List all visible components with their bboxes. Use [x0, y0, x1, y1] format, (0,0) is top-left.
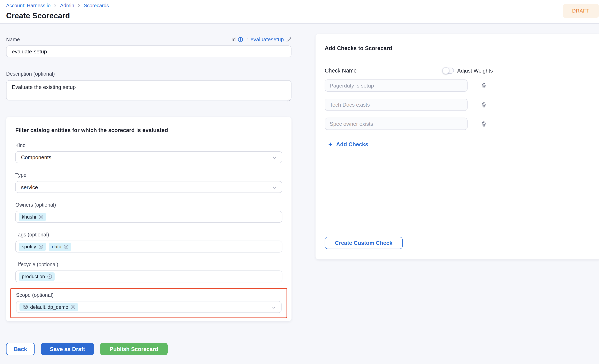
chevron-right-icon: [77, 3, 81, 8]
owners-group: Owners (optional) khushi: [15, 202, 282, 223]
back-button[interactable]: Back: [6, 343, 35, 355]
type-group: Type service: [15, 172, 282, 193]
name-label: Name: [6, 36, 20, 42]
create-scorecard-page: Account: Harness.io Admin Scorecards Cre…: [0, 0, 599, 364]
owners-input[interactable]: khushi: [15, 211, 282, 223]
breadcrumb-admin-link[interactable]: Admin: [60, 2, 74, 8]
toggle-knob: [442, 67, 449, 74]
lifecycle-group: Lifecycle (optional) production: [15, 262, 282, 282]
checks-heading: Add Checks to Scorecard: [325, 45, 592, 51]
trash-icon[interactable]: [481, 82, 487, 89]
kind-group: Kind Components: [15, 142, 282, 163]
publish-scorecard-button[interactable]: Publish Scorecard: [100, 343, 168, 355]
tags-input[interactable]: spotify data: [15, 241, 282, 253]
adjust-weights-toggle[interactable]: [442, 68, 454, 74]
description-textarea[interactable]: Evaluate the existing setup: [6, 80, 291, 101]
chevron-down-icon: [272, 155, 277, 160]
chip-close-icon[interactable]: [38, 244, 43, 249]
lifecycle-input[interactable]: production: [15, 271, 282, 283]
adjust-weights-group: Adjust Weights: [442, 68, 493, 74]
chevron-down-icon: [271, 305, 276, 310]
filter-card: Filter catalog entities for which the sc…: [6, 117, 291, 321]
tag-chip: spotify: [19, 242, 46, 251]
tag-chip: data: [49, 242, 71, 251]
chevron-down-icon: [272, 185, 277, 190]
check-row: Pagerduty is setup: [325, 80, 592, 92]
check-header-row: Check Name Adjust Weights: [325, 68, 493, 74]
edit-pencil-icon[interactable]: [286, 36, 291, 42]
check-rows: Pagerduty is setup Tech Docs exists: [325, 80, 592, 130]
type-label: Type: [15, 172, 282, 178]
chip-close-icon[interactable]: [70, 304, 76, 310]
id-label: Id: [231, 36, 236, 42]
lifecycle-chip: production: [19, 272, 54, 281]
scorecard-form: Name Id : evaluatesetup Description (opt…: [6, 24, 291, 321]
adjust-weights-label: Adjust Weights: [457, 68, 493, 74]
chevron-right-icon: [53, 3, 57, 8]
breadcrumb-account-link[interactable]: Account: Harness.io: [6, 2, 51, 8]
check-row: Tech Docs exists: [325, 99, 592, 111]
add-checks-button[interactable]: Add Checks: [328, 141, 368, 148]
scope-chip: default.idp_demo: [19, 303, 78, 311]
check-name-input[interactable]: Tech Docs exists: [325, 99, 468, 111]
tags-label: Tags (optional): [15, 232, 282, 238]
kind-label: Kind: [15, 142, 282, 148]
kind-value: Components: [21, 154, 51, 160]
content-area: Name Id : evaluatesetup Description (opt…: [0, 24, 599, 364]
trash-icon[interactable]: [481, 101, 487, 108]
check-name-input[interactable]: Spec owner exists: [325, 118, 468, 130]
chip-close-icon[interactable]: [38, 214, 43, 219]
chip-close-icon[interactable]: [47, 274, 52, 279]
breadcrumb: Account: Harness.io Admin Scorecards: [6, 2, 593, 9]
description-label: Description (optional): [6, 71, 291, 77]
kind-select[interactable]: Components: [15, 151, 282, 163]
check-row: Spec owner exists: [325, 118, 592, 130]
page-title: Create Scorecard: [6, 11, 593, 20]
plus-icon: [328, 142, 333, 147]
footer-actions: Back Save as Draft Publish Scorecard: [6, 343, 168, 355]
owner-chip: khushi: [19, 213, 46, 221]
scope-highlight-box: Scope (optional) default.idp_demo: [10, 288, 287, 318]
add-checks-label: Add Checks: [336, 141, 368, 148]
cube-icon: [23, 304, 28, 310]
save-as-draft-button[interactable]: Save as Draft: [41, 343, 94, 355]
name-input[interactable]: [6, 45, 291, 57]
tags-group: Tags (optional) spotify: [15, 232, 282, 252]
owners-label: Owners (optional): [15, 202, 282, 208]
type-select[interactable]: service: [15, 181, 282, 193]
scorecard-id-row: Id : evaluatesetup: [231, 36, 291, 43]
page-header: Account: Harness.io Admin Scorecards Cre…: [0, 0, 599, 24]
check-name-input[interactable]: Pagerduty is setup: [325, 80, 468, 92]
check-name-label: Check Name: [325, 68, 357, 74]
scorecard-id-value[interactable]: evaluatesetup: [251, 36, 284, 43]
resize-handle[interactable]: [287, 96, 290, 100]
scope-label: Scope (optional): [16, 292, 282, 298]
filter-heading: Filter catalog entities for which the sc…: [15, 127, 282, 133]
checks-panel: Add Checks to Scorecard Check Name Adjus…: [316, 34, 599, 259]
trash-icon[interactable]: [481, 120, 487, 127]
id-separator: :: [247, 36, 248, 42]
type-value: service: [21, 184, 38, 190]
scope-chip-label: default.idp_demo: [30, 304, 68, 310]
scope-select[interactable]: default.idp_demo: [16, 301, 282, 313]
breadcrumb-scorecards-link[interactable]: Scorecards: [84, 2, 109, 8]
description-field: Evaluate the existing setup: [6, 80, 291, 102]
chip-close-icon[interactable]: [63, 244, 69, 249]
lifecycle-label: Lifecycle (optional): [15, 262, 282, 267]
info-icon[interactable]: [238, 36, 243, 42]
create-custom-check-button[interactable]: Create Custom Check: [325, 237, 403, 249]
status-badge: DRAFT: [563, 4, 599, 18]
